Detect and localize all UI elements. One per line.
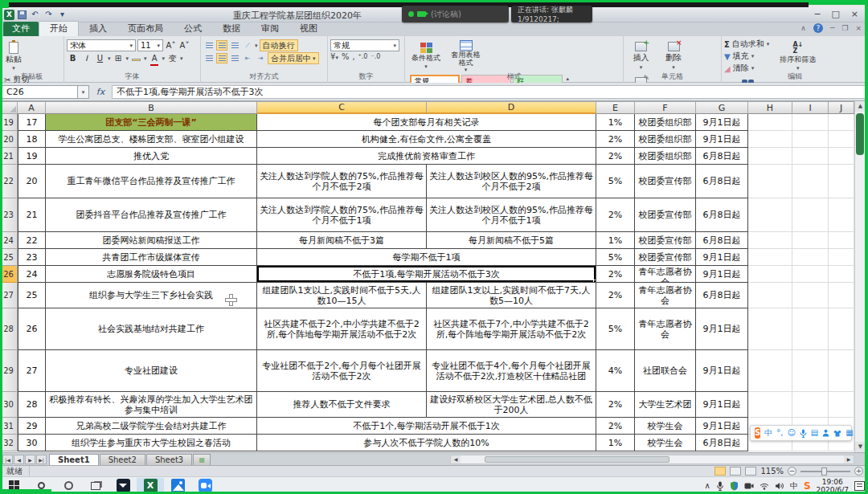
- scroll-right-icon[interactable]: ▶: [844, 455, 854, 463]
- ribbon-tab-数据[interactable]: 数据: [212, 22, 251, 36]
- row-header-27[interactable]: 27: [0, 283, 18, 308]
- close-icon[interactable]: ×: [851, 9, 858, 20]
- workbook-close-icon[interactable]: ×: [855, 24, 862, 32]
- cell-I22[interactable]: [792, 165, 829, 198]
- qat-dropdown-icon[interactable]: ▾: [57, 10, 68, 20]
- cell-H21[interactable]: [748, 148, 792, 165]
- row-header-23[interactable]: 23: [0, 198, 18, 232]
- sort-filter-button[interactable]: A↓Z 排序和筛选 ▾: [775, 39, 821, 74]
- cell-C19[interactable]: 每个团支部每月有相关记录: [257, 114, 596, 131]
- tray-speaker-icon[interactable]: [775, 482, 784, 490]
- cell-F30[interactable]: 大学生艺术团: [635, 392, 696, 418]
- scroll-left-icon[interactable]: ◀: [451, 455, 461, 463]
- cell-B28[interactable]: 社会实践基地结对共建工作: [46, 308, 257, 350]
- ribbon-tab-文件[interactable]: 文件: [3, 22, 39, 36]
- col-header-H[interactable]: H: [748, 101, 792, 114]
- cell-G28[interactable]: 9月1日起: [696, 308, 748, 350]
- cell-F24[interactable]: 校团委宣传部: [635, 232, 696, 249]
- font-color-button[interactable]: A: [149, 52, 161, 64]
- cell-B32[interactable]: 组织学生参与重庆市大学生校园之春活动: [46, 435, 257, 451]
- sogou-mode-chinese[interactable]: 中: [764, 426, 772, 440]
- zoom-slider-thumb[interactable]: [821, 467, 827, 476]
- increase-indent-button[interactable]: ⇥: [255, 53, 266, 63]
- workbook-restore-icon[interactable]: ❐: [841, 24, 848, 32]
- cell-D28[interactable]: 社区共建不低于7个,中小学共建不低于2所,每个阵地每学期开展活动不低于2次: [427, 308, 596, 350]
- grow-font-button[interactable]: A˄: [165, 39, 177, 51]
- cell-G27[interactable]: 6月8日起: [696, 283, 748, 308]
- cell-F21[interactable]: 校团委组织部: [635, 148, 696, 165]
- shrink-font-button[interactable]: A˅: [178, 39, 190, 51]
- page-layout-view-icon[interactable]: [730, 467, 741, 476]
- cell-F26[interactable]: 青年志愿者协会: [635, 266, 696, 283]
- cell-D22[interactable]: 关注人数达到校区人数的95%,作品推荐每个月不低于2项: [427, 165, 596, 198]
- cell-D29[interactable]: 专业社团不低于4个,每个月每个社团开展活动不低于2次,打造校区十佳精品社团: [427, 350, 596, 392]
- cell-F20[interactable]: 校团委组织部: [635, 131, 696, 148]
- col-header-A[interactable]: A: [18, 101, 46, 114]
- cell-B25[interactable]: 共青团工作市级媒体宣传: [46, 249, 257, 266]
- cell-B26[interactable]: 志愿服务院级特色项目: [46, 266, 257, 283]
- redo-icon[interactable]: ↷: [43, 10, 54, 20]
- cell-B19[interactable]: 团支部“三会两制一课”: [46, 114, 257, 131]
- prev-sheet-icon[interactable]: ◀: [14, 455, 24, 464]
- last-sheet-icon[interactable]: ▶|: [36, 455, 47, 464]
- cell-C32[interactable]: 参与人次不低于学院人数的10%: [257, 435, 596, 451]
- cell-C24[interactable]: 每月新闻稿不低于3篇: [257, 232, 427, 249]
- ribbon-tab-审阅[interactable]: 审阅: [251, 22, 289, 36]
- cell-G22[interactable]: 6月8日起: [696, 165, 748, 198]
- cell-B20[interactable]: 学生公寓团总支、楼栋团支部、寝室团小组建设: [46, 131, 257, 148]
- save-icon[interactable]: [18, 10, 27, 19]
- cell-C23[interactable]: 关注人数达到学院人数的75%,作品推荐每个月不低于1项: [257, 198, 427, 232]
- cell-D23[interactable]: 关注人数达到校区人数的95%,作品推荐每个月不低于1项: [427, 198, 596, 232]
- cell-E31[interactable]: 2%: [596, 418, 635, 435]
- ribbon-tab-公式[interactable]: 公式: [174, 22, 212, 36]
- vertical-scrollbar[interactable]: ▲ ▼: [854, 101, 865, 452]
- cell-G20[interactable]: 9月1日起: [696, 131, 748, 148]
- cell-G24[interactable]: 6月8日起: [696, 232, 748, 249]
- cell-E27[interactable]: 2%: [596, 283, 635, 308]
- vertical-scroll-thumb[interactable]: [856, 113, 864, 155]
- decrease-indent-button[interactable]: ⇤: [242, 53, 253, 63]
- cell-D24[interactable]: 每月新闻稿不低于5篇: [427, 232, 596, 249]
- cell-B29[interactable]: 专业社团建设: [46, 350, 257, 392]
- workbook-minimize-icon[interactable]: ─: [830, 24, 834, 32]
- cell-G30[interactable]: 9月1日起: [696, 392, 748, 418]
- col-header-C[interactable]: C: [257, 101, 427, 114]
- action-center-icon[interactable]: [854, 481, 865, 491]
- cell-G32[interactable]: 6月8日起: [696, 435, 748, 451]
- cell-J21[interactable]: [829, 148, 854, 165]
- select-all-corner[interactable]: [0, 101, 18, 114]
- increase-decimal-icon[interactable]: ⁺.0: [358, 53, 368, 60]
- cell-C25[interactable]: 每学期不低于1项: [257, 249, 596, 266]
- cell-A22[interactable]: 20: [18, 165, 46, 198]
- cell-H20[interactable]: [748, 131, 792, 148]
- cell-F28[interactable]: 青年志愿者协会: [635, 308, 696, 350]
- cell-E24[interactable]: 1%: [596, 232, 635, 249]
- cell-J24[interactable]: [829, 232, 854, 249]
- page-break-view-icon[interactable]: [745, 467, 756, 476]
- merge-center-button[interactable]: 合并后居中▾: [268, 52, 319, 64]
- row-header-20[interactable]: 20: [0, 131, 18, 148]
- minimize-icon[interactable]: ─: [815, 9, 821, 20]
- row-header-19[interactable]: 19: [0, 114, 18, 131]
- cell-A21[interactable]: 19: [18, 148, 46, 165]
- row-header-32[interactable]: 32: [0, 435, 18, 451]
- tray-mic-icon[interactable]: [716, 481, 724, 491]
- cell-I30[interactable]: [792, 392, 829, 418]
- cell-D30[interactable]: 建设好双桥校区大学生艺术团,总人数不低于200人: [427, 392, 596, 418]
- insert-cells-button[interactable]: + 插入▾: [626, 39, 656, 74]
- ribbon-tab-视图[interactable]: 视图: [289, 22, 328, 36]
- scroll-up-icon[interactable]: ▲: [855, 101, 865, 112]
- cell-F32[interactable]: 校学生会: [635, 435, 696, 451]
- cell-C20[interactable]: 机构健全,有任命文件,公寓全覆盖: [257, 131, 596, 148]
- sogou-toolbar[interactable]: S 中 °, ☺ ▤ ▦: [750, 425, 852, 441]
- sogou-shirt-icon[interactable]: [833, 430, 841, 437]
- align-left-button[interactable]: [203, 53, 215, 63]
- font-size-select[interactable]: 11▾: [137, 39, 163, 51]
- cell-A26[interactable]: 24: [18, 266, 46, 283]
- cell-I28[interactable]: [792, 308, 829, 350]
- bold-button[interactable]: B: [67, 52, 79, 64]
- ribbon-tab-页面布局[interactable]: 页面布局: [117, 22, 174, 36]
- cell-J28[interactable]: [829, 308, 854, 350]
- cell-J30[interactable]: [829, 392, 854, 418]
- col-header-I[interactable]: I: [792, 101, 829, 114]
